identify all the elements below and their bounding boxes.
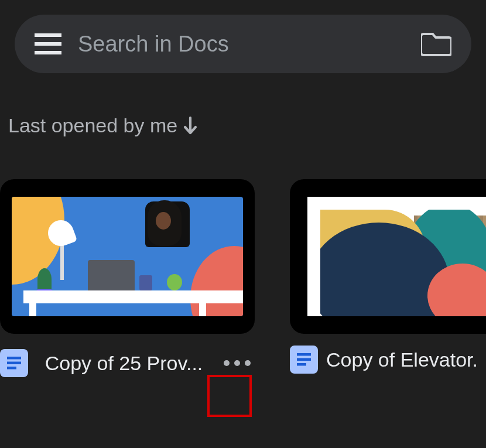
svg-rect-10 xyxy=(297,358,311,361)
svg-rect-2 xyxy=(35,51,61,54)
sort-label: Last opened by me xyxy=(8,114,177,137)
svg-rect-4 xyxy=(7,362,21,365)
svg-point-7 xyxy=(234,360,240,366)
doc-type-icon xyxy=(290,346,318,374)
svg-point-6 xyxy=(224,360,230,366)
document-thumbnail xyxy=(0,179,255,334)
document-title: Copy of Elevator. xyxy=(326,347,478,372)
more-horizontal-icon xyxy=(223,360,251,367)
folder-icon[interactable] xyxy=(421,32,451,56)
arrow-down-icon xyxy=(181,115,200,136)
svg-rect-3 xyxy=(7,357,21,360)
document-card[interactable]: Copy of 25 Prov... xyxy=(0,179,255,381)
sort-dropdown[interactable]: Last opened by me xyxy=(8,114,486,137)
svg-rect-0 xyxy=(35,33,61,37)
search-bar xyxy=(15,15,471,73)
svg-rect-11 xyxy=(297,363,306,366)
svg-rect-9 xyxy=(297,353,311,356)
menu-icon[interactable] xyxy=(35,33,61,54)
doc-type-icon xyxy=(0,349,28,377)
document-thumbnail xyxy=(290,179,486,334)
svg-rect-1 xyxy=(35,42,61,46)
annotation-highlight xyxy=(207,375,252,417)
svg-point-8 xyxy=(245,360,251,366)
document-card[interactable]: Copy of Elevator. xyxy=(290,179,486,381)
more-options-button[interactable] xyxy=(220,346,255,381)
document-grid: Copy of 25 Prov... Copy of xyxy=(0,179,486,381)
svg-rect-5 xyxy=(7,367,16,370)
search-input[interactable] xyxy=(78,32,421,57)
document-title: Copy of 25 Prov... xyxy=(36,350,211,376)
